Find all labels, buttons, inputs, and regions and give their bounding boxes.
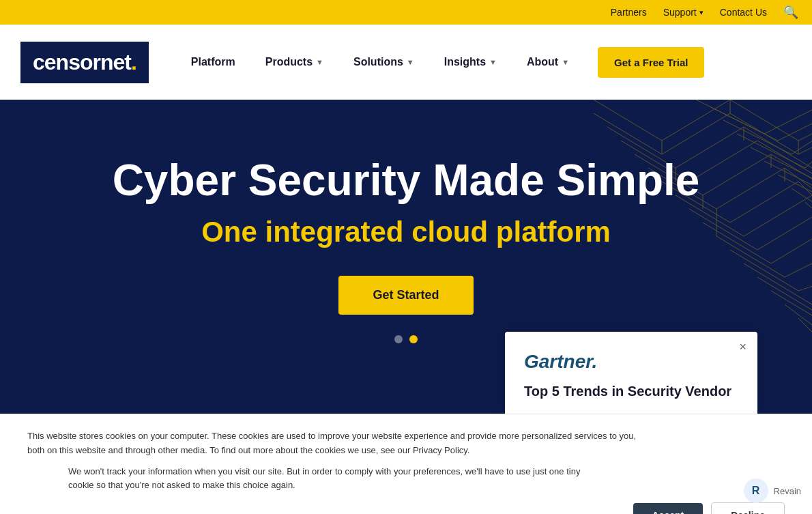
cookie-sub-text: We won't track your information when you… xyxy=(68,465,587,494)
logo-text: censornet xyxy=(33,50,131,75)
logo[interactable]: censornet. xyxy=(20,42,149,83)
nav-links: Platform Products ▼ Solutions ▼ Insights… xyxy=(176,25,792,100)
main-nav: censornet. Platform Products ▼ Solutions… xyxy=(0,25,812,100)
cookie-main-text: This website stores cookies on your comp… xyxy=(27,429,641,458)
popup-close-button[interactable]: × xyxy=(739,340,746,354)
support-link[interactable]: Support xyxy=(663,7,704,18)
partners-link[interactable]: Partners xyxy=(611,7,647,18)
insights-chevron-icon: ▼ xyxy=(489,58,497,66)
solutions-chevron-icon: ▼ xyxy=(407,58,414,66)
popup-heading: Top 5 Trends in Security Vendor xyxy=(524,382,738,400)
dot-indicator-2[interactable] xyxy=(409,335,418,343)
nav-products[interactable]: Products ▼ xyxy=(250,25,338,100)
revain-label: Revain xyxy=(774,486,801,496)
hero-cta-button[interactable]: Get Started xyxy=(338,276,473,315)
revain-icon: R xyxy=(744,479,768,503)
cookie-banner: This website stores cookies on your comp… xyxy=(0,414,812,514)
hero-section: Cyber Security Made Simple One integrate… xyxy=(0,100,812,414)
products-chevron-icon: ▼ xyxy=(316,58,323,66)
top-bar: Partners Support Contact Us 🔍 xyxy=(0,0,812,25)
decline-button[interactable]: Decline xyxy=(711,502,785,514)
contact-link[interactable]: Contact Us xyxy=(720,7,767,18)
nav-solutions[interactable]: Solutions ▼ xyxy=(338,25,429,100)
search-icon[interactable]: 🔍 xyxy=(783,5,798,20)
about-chevron-icon: ▼ xyxy=(562,58,569,66)
nav-insights[interactable]: Insights ▼ xyxy=(429,25,512,100)
accept-button[interactable]: Accept xyxy=(633,503,704,514)
nav-platform[interactable]: Platform xyxy=(176,25,250,100)
hero-title: Cyber Security Made Simple xyxy=(113,156,700,204)
dot-indicator-1[interactable] xyxy=(394,335,403,343)
cookie-buttons: Accept Decline xyxy=(27,502,785,514)
logo-dot: . xyxy=(131,50,136,75)
hero-subtitle: One integrated cloud platform xyxy=(201,216,611,248)
nav-about[interactable]: About ▼ xyxy=(512,25,584,100)
hero-dots xyxy=(394,335,418,343)
revain-badge: R Revain xyxy=(744,479,801,503)
popup-card: × Gartner. Top 5 Trends in Security Vend… xyxy=(505,332,757,414)
gartner-logo: Gartner. xyxy=(524,351,738,373)
nav-cta-button[interactable]: Get a Free Trial xyxy=(598,47,704,78)
